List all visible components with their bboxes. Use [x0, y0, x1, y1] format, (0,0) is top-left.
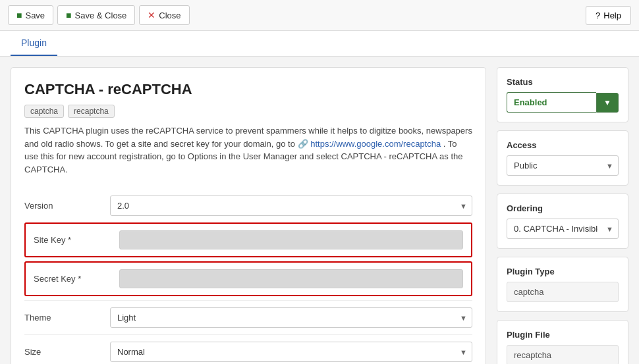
status-dropdown-button[interactable]: ▼ [596, 93, 619, 113]
status-select[interactable]: Enabled Disabled [507, 92, 596, 113]
tab-bar: Plugin [0, 31, 639, 57]
save-close-icon: ■ [66, 10, 71, 20]
recaptcha-link[interactable]: 🔗 https://www.google.com/recaptcha [298, 139, 443, 149]
version-select[interactable]: 2.0 3.0 [110, 195, 472, 216]
version-label: Version [24, 201, 110, 211]
ordering-select-wrapper: 0. CAPTCHA - Invisible ▼ [507, 219, 619, 239]
status-section: Status Enabled Disabled ▼ [497, 67, 628, 122]
tag-recaptcha: recaptcha [68, 105, 115, 118]
site-key-input[interactable] [119, 230, 463, 249]
close-label: Close [159, 11, 181, 20]
status-label: Status [507, 77, 619, 87]
access-section: Access Public Registered Special ▼ [497, 130, 628, 186]
plugin-type-value: captcha [507, 282, 619, 302]
access-select-wrapper: Public Registered Special ▼ [507, 155, 619, 176]
plugin-panel: CAPTCHA - reCAPTCHA captcha recaptcha Th… [11, 67, 486, 364]
ordering-select[interactable]: 0. CAPTCHA - Invisible [507, 219, 619, 239]
version-control: 2.0 3.0 ▼ [110, 195, 472, 216]
secret-key-input[interactable] [119, 269, 463, 288]
close-icon: ✕ [148, 10, 155, 20]
plugin-type-section: Plugin Type captcha [497, 257, 628, 312]
sidebar: Status Enabled Disabled ▼ Access Public … [497, 67, 628, 364]
size-label: Size [24, 347, 110, 357]
save-label: Save [25, 11, 45, 20]
toolbar-right: ? Help [586, 6, 631, 25]
theme-label: Theme [24, 313, 110, 323]
plugin-file-label: Plugin File [507, 330, 619, 340]
secret-key-label: Secret Key * [34, 274, 119, 284]
size-select[interactable]: Normal Compact [110, 342, 472, 362]
save-icon: ■ [16, 10, 22, 20]
plugin-description: This CAPTCHA plugin uses the reCAPTCHA s… [24, 124, 472, 176]
save-button[interactable]: ■ Save [8, 5, 53, 25]
plugin-file-section: Plugin File recaptcha [497, 320, 628, 364]
secret-key-row: Secret Key * [24, 261, 472, 296]
form-section: Version 2.0 3.0 ▼ [24, 189, 472, 222]
close-button[interactable]: ✕ Close [139, 5, 189, 25]
ordering-section: Ordering 0. CAPTCHA - Invisible ▼ [497, 194, 628, 249]
site-key-row: Site Key * [24, 222, 472, 257]
toolbar: ■ Save ■ Save & Close ✕ Close ? Help [0, 0, 639, 31]
plugin-tags: captcha recaptcha [24, 105, 472, 118]
help-label: Help [603, 11, 621, 20]
size-select-wrapper: Normal Compact ▼ [110, 342, 472, 362]
theme-select-wrapper: Light Dark ▼ [110, 307, 472, 328]
theme-control: Light Dark ▼ [110, 307, 472, 328]
save-close-label: Save & Close [75, 11, 127, 20]
theme-row: Theme Light Dark ▼ [24, 300, 472, 334]
access-select[interactable]: Public Registered Special [507, 155, 619, 176]
status-row: Enabled Disabled ▼ [507, 92, 619, 113]
main-content: CAPTCHA - reCAPTCHA captcha recaptcha Th… [0, 57, 639, 364]
plugin-type-label: Plugin Type [507, 267, 619, 276]
size-row: Size Normal Compact ▼ [24, 334, 472, 364]
access-label: Access [507, 140, 619, 150]
help-button[interactable]: ? Help [586, 6, 631, 25]
plugin-file-value: recaptcha [507, 345, 619, 364]
plugin-title: CAPTCHA - reCAPTCHA [24, 81, 472, 98]
version-row: Version 2.0 3.0 ▼ [24, 189, 472, 222]
site-key-label: Site Key * [34, 235, 119, 245]
tab-plugin-label: Plugin [21, 38, 47, 48]
tag-captcha: captcha [24, 105, 64, 118]
tab-plugin[interactable]: Plugin [11, 31, 57, 56]
help-icon: ? [596, 11, 600, 20]
ordering-label: Ordering [507, 203, 619, 213]
size-control: Normal Compact ▼ [110, 342, 472, 362]
save-close-button[interactable]: ■ Save & Close [57, 5, 135, 25]
external-link-icon: 🔗 [298, 139, 308, 149]
version-select-wrapper: 2.0 3.0 ▼ [110, 195, 472, 216]
theme-select[interactable]: Light Dark [110, 307, 472, 328]
